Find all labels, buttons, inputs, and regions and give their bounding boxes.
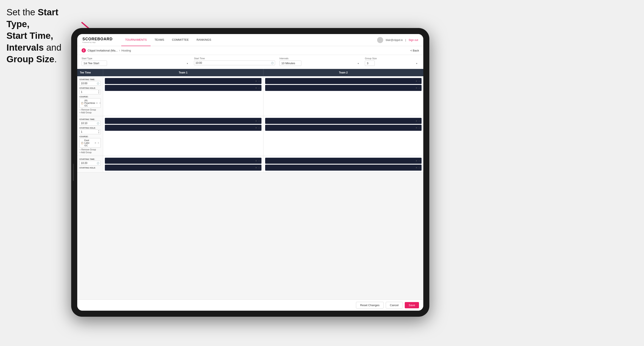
starting-hole-label-2: STARTING HOLE: xyxy=(80,127,101,129)
team2-col-3: ✕ ○ ✕ ○ xyxy=(264,156,424,172)
breadcrumb-current: Hosting xyxy=(122,49,131,52)
course-remove-x-1[interactable]: ✕ xyxy=(96,102,98,104)
starting-time-label-2: STARTING TIME: xyxy=(80,118,101,120)
course-name-1: (A) Peachtree GC xyxy=(84,99,95,107)
close-icon-6-2[interactable]: ✕ xyxy=(416,167,417,169)
cancel-button[interactable]: Cancel xyxy=(386,302,402,309)
close-icon-2-1[interactable]: ✕ xyxy=(416,80,417,82)
close-icon-3-2[interactable]: ✕ xyxy=(255,127,257,129)
close-icon-1-2[interactable]: ✕ xyxy=(255,87,257,89)
course-tag-1: 📋 (A) Peachtree GC ✕ ✕ xyxy=(80,98,101,108)
hole-down-1[interactable]: ▼ xyxy=(98,92,100,94)
hole-spinner-arrows-2[interactable]: ▲ ▼ xyxy=(97,130,100,134)
tee-teams-1: ✕ ○ ✕ ○ ✕ ○ ✕ xyxy=(103,76,423,116)
edit-icon-2-1[interactable]: ○ xyxy=(418,80,420,82)
breadcrumb-separator: › xyxy=(119,48,120,52)
close-icon-2-2[interactable]: ✕ xyxy=(416,87,417,89)
action-links-2: ○ Remove Group + Add Group xyxy=(80,149,101,154)
start-time-field: Start Time 10:00 🕙 xyxy=(194,57,275,67)
team1-col-1: ✕ ○ ✕ ○ xyxy=(103,76,264,116)
hole-up-1[interactable]: ▲ xyxy=(98,90,100,92)
intervals-select-wrapper[interactable]: 10 Minutes 5 Minutes 15 Minutes xyxy=(280,61,360,66)
start-type-select-wrapper[interactable]: 1st Tee Start Shotgun Start xyxy=(82,61,190,66)
nav-committee[interactable]: COMMITTEE xyxy=(168,34,193,46)
edit-icon-6-2[interactable]: ○ xyxy=(418,167,420,169)
starting-time-input-1[interactable]: 10:00 🕙 xyxy=(80,81,101,86)
team2-col-1: ✕ ○ ✕ ○ xyxy=(264,76,424,116)
breadcrumb-tournament[interactable]: Clippd Invitational (Ma... xyxy=(88,49,118,52)
close-icon-3-1[interactable]: ✕ xyxy=(255,120,257,122)
edit-icon-5-1[interactable]: ○ xyxy=(258,160,260,162)
add-group-2[interactable]: + Add Group xyxy=(80,151,101,154)
edit-icon-2-2[interactable]: ○ xyxy=(418,87,420,89)
tee-group-3: STARTING TIME: 10:20 🕙 STARTING HOLE: ✕ … xyxy=(77,156,423,173)
edit-icon-1-1[interactable]: ○ xyxy=(258,80,260,82)
breadcrumb-bar: C Clippd Invitational (Ma... › Hosting <… xyxy=(77,46,423,55)
nav-rankings[interactable]: RANKINGS xyxy=(193,34,215,46)
close-icon-1-1[interactable]: ✕ xyxy=(255,80,257,82)
player-row-3-1: ✕ ○ xyxy=(105,118,262,124)
player-row-1-1: ✕ ○ xyxy=(105,78,262,84)
breadcrumb-logo: C xyxy=(82,48,86,53)
close-icon-6-1[interactable]: ✕ xyxy=(416,160,417,162)
back-button[interactable]: < Back xyxy=(410,49,419,52)
remove-group-2[interactable]: ○ Remove Group xyxy=(80,149,101,151)
remove-group-1[interactable]: ○ Remove Group xyxy=(80,109,101,111)
starting-time-label-3: STARTING TIME: xyxy=(80,158,101,160)
edit-icon-6-1[interactable]: ○ xyxy=(418,160,420,162)
starting-time-input-2[interactable]: 10:10 🕙 xyxy=(80,121,101,126)
add-group-1[interactable]: + Add Group xyxy=(80,111,101,114)
close-icon-4-2[interactable]: ✕ xyxy=(416,127,417,129)
player-row-4-1: ✕ ○ xyxy=(265,118,422,124)
hole-down-2[interactable]: ▼ xyxy=(98,132,100,134)
tablet-frame: SCOREBOARD Powered by clipp TOURNAMENTS … xyxy=(71,28,429,317)
edit-icon-5-2[interactable]: ○ xyxy=(258,167,260,169)
start-type-field: Start Type 1st Tee Start Shotgun Start xyxy=(82,57,190,67)
start-type-select[interactable]: 1st Tee Start Shotgun Start xyxy=(82,61,107,66)
close-icon-5-2[interactable]: ✕ xyxy=(255,167,257,169)
close-icon-5-1[interactable]: ✕ xyxy=(255,160,257,162)
course-edit-2[interactable]: ✕ xyxy=(98,142,99,144)
group-size-select[interactable]: 3 4 2 xyxy=(365,61,375,66)
starting-time-input-3[interactable]: 10:20 🕙 xyxy=(80,161,101,166)
course-remove-x-2[interactable]: ✕ xyxy=(94,142,96,144)
team2-col-2: ✕ ○ ✕ ○ xyxy=(264,116,424,156)
starting-hole-spinner-1[interactable]: 1 ▲ ▼ xyxy=(80,90,101,94)
hole-spinner-arrows-1[interactable]: ▲ ▼ xyxy=(97,90,100,94)
config-bar: Start Type 1st Tee Start Shotgun Start S… xyxy=(77,55,423,69)
course-label-2: COURSE: xyxy=(80,136,101,138)
start-time-label: Start Time xyxy=(194,57,275,60)
clock-icon-1: 🕙 xyxy=(97,82,99,85)
start-time-input[interactable]: 10:00 🕙 xyxy=(194,61,275,65)
edit-icon-3-2[interactable]: ○ xyxy=(258,127,260,129)
tee-left-3: STARTING TIME: 10:20 🕙 STARTING HOLE: xyxy=(77,156,103,172)
bold-start-time: Start Time, xyxy=(6,31,53,41)
player-row-6-1: ✕ ○ xyxy=(265,158,422,164)
starting-hole-spinner-2[interactable]: 1 ▲ ▼ xyxy=(80,130,101,134)
th-tee-time: Tee Time xyxy=(77,69,103,76)
close-icon-4-1[interactable]: ✕ xyxy=(416,120,417,122)
group-size-select-wrapper[interactable]: 3 4 2 xyxy=(365,61,419,66)
course-edit-1[interactable]: ✕ xyxy=(99,102,101,104)
player-row-4-2: ✕ ○ xyxy=(265,125,422,131)
tee-group-1: STARTING TIME: 10:00 🕙 STARTING HOLE: 1 … xyxy=(77,76,423,116)
intervals-select[interactable]: 10 Minutes 5 Minutes 15 Minutes xyxy=(280,61,302,66)
remove-icon-2: ○ xyxy=(80,149,81,151)
hole-up-2[interactable]: ▲ xyxy=(98,130,100,132)
group-size-label: Group Size xyxy=(365,57,419,60)
user-avatar xyxy=(377,37,383,43)
reset-button[interactable]: Reset Changes xyxy=(356,302,384,309)
starting-time-label-1: STARTING TIME: xyxy=(80,78,101,81)
edit-icon-4-1[interactable]: ○ xyxy=(418,120,420,122)
nav-tournaments[interactable]: TOURNAMENTS xyxy=(121,34,150,46)
edit-icon-4-2[interactable]: ○ xyxy=(418,127,420,129)
save-button[interactable]: Save xyxy=(405,302,419,308)
tablet-screen: SCOREBOARD Powered by clipp TOURNAMENTS … xyxy=(77,34,423,311)
player-row-6-2: ✕ ○ xyxy=(265,165,422,171)
player-row-5-2: ✕ ○ xyxy=(105,165,262,171)
edit-icon-3-1[interactable]: ○ xyxy=(258,120,260,122)
th-team2: Team 2 xyxy=(264,69,424,76)
nav-teams[interactable]: TEAMS xyxy=(150,34,168,46)
sign-out-link[interactable]: Sign out xyxy=(408,38,418,42)
edit-icon-1-2[interactable]: ○ xyxy=(258,87,260,89)
